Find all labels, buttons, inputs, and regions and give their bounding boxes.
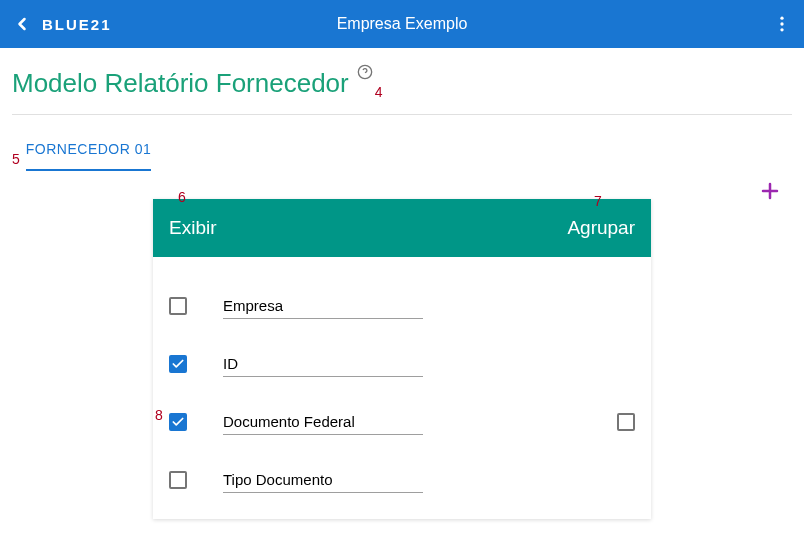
page-header: Modelo Relatório Fornecedor 4 — [0, 48, 804, 110]
checkbox-agrupar-documento-federal[interactable] — [617, 413, 635, 431]
annotation-7: 7 — [594, 193, 602, 209]
annotation-5: 5 — [12, 151, 20, 167]
checkbox-exibir-tipo-documento[interactable] — [169, 471, 187, 489]
annotation-8: 8 — [155, 407, 163, 423]
app-header: BLUE21 Empresa Exemplo — [0, 0, 804, 48]
card-header: Exibir Agrupar — [153, 199, 651, 257]
field-tipo-documento[interactable] — [223, 467, 423, 493]
svg-point-0 — [780, 17, 783, 20]
card-area: 6 7 8 Exibir Agrupar — [0, 199, 804, 519]
card-body — [153, 257, 651, 519]
field-documento-federal[interactable] — [223, 409, 423, 435]
more-icon[interactable] — [772, 14, 792, 34]
field-id[interactable] — [223, 351, 423, 377]
checkbox-exibir-documento-federal[interactable] — [169, 413, 187, 431]
svg-point-1 — [780, 22, 783, 25]
field-empresa[interactable] — [223, 293, 423, 319]
field-row — [169, 451, 635, 509]
annotation-6: 6 — [178, 189, 186, 205]
card-header-exibir: Exibir — [169, 217, 217, 239]
logo: BLUE21 — [42, 16, 112, 33]
checkbox-exibir-empresa[interactable] — [169, 297, 187, 315]
tabs: 5 FORNECEDOR 01 — [0, 133, 804, 171]
checkbox-exibir-id[interactable] — [169, 355, 187, 373]
field-row — [169, 393, 635, 451]
tab-fornecedor-01[interactable]: FORNECEDOR 01 — [26, 133, 152, 171]
header-title: Empresa Exemplo — [337, 15, 468, 33]
card: Exibir Agrupar — [153, 199, 651, 519]
annotation-4: 4 — [375, 84, 383, 100]
page-title: Modelo Relatório Fornecedor — [12, 68, 349, 99]
back-icon[interactable] — [12, 14, 32, 34]
card-header-agrupar: Agrupar — [567, 217, 635, 239]
field-row — [169, 277, 635, 335]
svg-point-2 — [780, 28, 783, 31]
help-icon[interactable] — [357, 64, 373, 80]
divider — [12, 114, 792, 115]
field-row — [169, 335, 635, 393]
